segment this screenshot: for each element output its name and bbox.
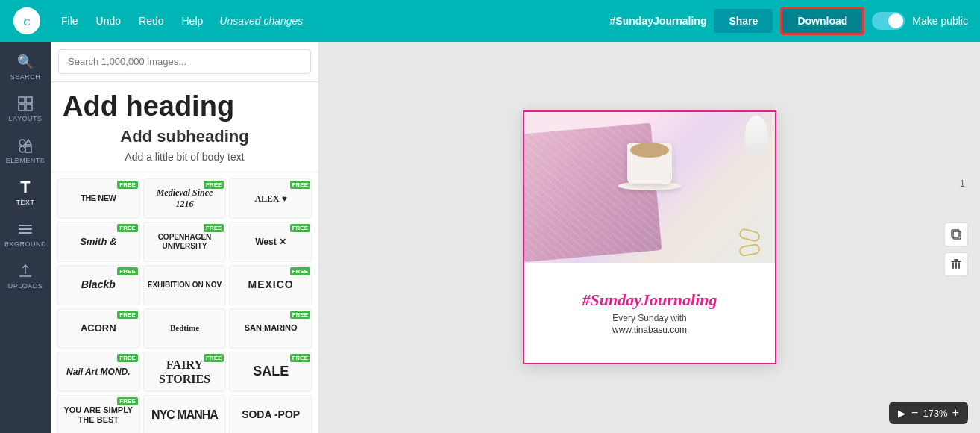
unsaved-changes-label: Unsaved changes xyxy=(219,15,303,27)
free-badge-acorn: FREE xyxy=(117,311,137,319)
canvas-tools xyxy=(944,222,968,276)
free-badge-the-new: FREE xyxy=(117,181,137,189)
free-badge-fairy: FREE xyxy=(204,354,224,362)
elements-icon xyxy=(17,137,34,154)
font-item-acorn[interactable]: ACORNFREE xyxy=(57,308,140,349)
sidebar-item-elements[interactable]: ELEMENTS xyxy=(3,131,48,170)
font-item-best[interactable]: YOU ARE SIMPLY THE BESTFREE xyxy=(57,395,140,433)
help-menu[interactable]: Help xyxy=(175,10,211,31)
font-item-smith[interactable]: Smith &FREE xyxy=(57,222,140,262)
design-card-text: #SundayJournaling Every Sunday with www.… xyxy=(524,263,775,363)
present-button[interactable]: ▶ xyxy=(898,408,905,419)
share-button[interactable]: Share xyxy=(714,9,773,33)
font-item-nail[interactable]: Nail Art MOND.FREE xyxy=(57,352,140,392)
design-subtitle: Every Sunday with xyxy=(612,313,686,323)
font-label-sale: SALE xyxy=(253,364,289,380)
font-label-alex: ALEX ♥ xyxy=(254,193,286,204)
canvas-area: #SundayJournaling Every Sunday with www.… xyxy=(319,42,980,433)
svg-rect-11 xyxy=(19,228,32,230)
make-public-toggle[interactable] xyxy=(872,12,905,30)
nav-menu: File Undo Redo Help Unsaved changes xyxy=(54,10,303,31)
file-menu[interactable]: File xyxy=(54,10,86,31)
layouts-icon xyxy=(17,96,34,112)
font-grid: THE NEWFREEMedieval Since 1216FREEALEX ♥… xyxy=(51,172,318,433)
free-badge-west: FREE xyxy=(290,224,310,232)
free-badge-nail: FREE xyxy=(117,354,137,362)
font-label-smith: Smith & xyxy=(80,236,116,248)
svg-text:C: C xyxy=(23,16,31,28)
svg-rect-10 xyxy=(19,225,32,226)
svg-rect-3 xyxy=(26,97,32,103)
sidebar-item-uploads[interactable]: UPLOADS xyxy=(3,257,48,296)
download-button[interactable]: Download xyxy=(780,7,864,35)
font-label-copenhagen: COPENHAGEN UNIVERSITY xyxy=(147,233,223,251)
font-item-fairy[interactable]: FAIRY STORIESFREE xyxy=(143,352,227,392)
zoom-out-button[interactable]: − xyxy=(911,406,918,420)
font-label-sodapop: SODA -POP xyxy=(242,408,300,421)
free-badge-blackb: FREE xyxy=(117,267,137,275)
font-label-nyc: NYC MANHA xyxy=(151,408,218,422)
delete-tool-button[interactable] xyxy=(944,252,968,276)
free-badge-medieval: FREE xyxy=(204,181,224,189)
font-item-sanmarino[interactable]: SAN MARINOFREE xyxy=(229,308,312,349)
topnav: C File Undo Redo Help Unsaved changes #S… xyxy=(0,0,980,42)
font-label-the-new: THE NEW xyxy=(81,193,116,203)
svg-rect-4 xyxy=(19,105,25,110)
sidebar-item-text[interactable]: T TEXT xyxy=(3,173,48,212)
font-label-sanmarino: SAN MARINO xyxy=(245,323,298,333)
svg-point-6 xyxy=(19,140,25,146)
main-layout: 🔍 SEARCH LAYOUTS ELEMENTS T TEXT BKGROUN… xyxy=(0,42,980,433)
font-item-nyc[interactable]: NYC MANHA xyxy=(143,395,227,433)
icon-sidebar: 🔍 SEARCH LAYOUTS ELEMENTS T TEXT BKGROUN… xyxy=(0,42,51,433)
sidebar-item-background[interactable]: BKGROUND xyxy=(3,215,48,254)
copy-tool-button[interactable] xyxy=(944,222,968,246)
font-item-blackb[interactable]: BlackbFREE xyxy=(57,265,140,305)
text-options: Add heading Add subheading Add a little … xyxy=(51,82,318,172)
search-bar xyxy=(51,42,318,82)
search-input[interactable] xyxy=(58,49,311,74)
background-icon xyxy=(17,221,34,237)
font-item-bedtime[interactable]: Bedtime xyxy=(143,308,227,349)
font-label-medieval: Medieval Since 1216 xyxy=(147,187,223,209)
font-item-copenhagen[interactable]: COPENHAGEN UNIVERSITYFREE xyxy=(143,222,227,262)
font-item-the-new[interactable]: THE NEWFREE xyxy=(57,178,140,219)
bottom-bar: ▶ − 173% + xyxy=(889,402,968,424)
design-card[interactable]: #SundayJournaling Every Sunday with www.… xyxy=(523,110,776,364)
font-item-mexico[interactable]: MEXICOFREE xyxy=(229,265,312,305)
uploads-icon xyxy=(17,263,34,279)
paperclips xyxy=(739,230,760,255)
font-label-exhibition: EXHIBITION ON NOV xyxy=(148,281,222,290)
sidebar-item-search[interactable]: 🔍 SEARCH xyxy=(3,48,48,87)
text-icon: T xyxy=(17,179,34,196)
font-item-medieval[interactable]: Medieval Since 1216FREE xyxy=(143,178,227,219)
add-body-button[interactable]: Add a little bit of body text xyxy=(63,151,307,163)
undo-menu[interactable]: Undo xyxy=(89,10,128,31)
font-item-exhibition[interactable]: EXHIBITION ON NOV xyxy=(143,265,227,305)
font-item-sale[interactable]: SALEFREE xyxy=(229,352,312,392)
sidebar-text-label: TEXT xyxy=(16,199,34,206)
canva-logo[interactable]: C xyxy=(12,6,42,36)
font-item-sodapop[interactable]: SODA -POP xyxy=(229,395,312,433)
sidebar-item-layouts[interactable]: LAYOUTS xyxy=(3,90,48,128)
flower-accent xyxy=(745,116,767,153)
page-number: 1 xyxy=(960,178,965,189)
font-item-alex[interactable]: ALEX ♥FREE xyxy=(229,178,312,219)
font-item-west[interactable]: West ✕FREE xyxy=(229,222,312,262)
free-badge-sale: FREE xyxy=(290,354,310,362)
font-label-best: YOU ARE SIMPLY THE BEST xyxy=(60,405,136,425)
free-badge-mexico: FREE xyxy=(290,267,310,275)
zoom-level: 173% xyxy=(923,408,947,419)
svg-rect-16 xyxy=(951,261,961,262)
svg-rect-20 xyxy=(955,262,957,269)
sidebar-uploads-label: UPLOADS xyxy=(8,282,43,290)
font-label-west: West ✕ xyxy=(255,237,286,247)
zoom-in-button[interactable]: + xyxy=(952,406,959,420)
svg-rect-12 xyxy=(19,232,32,234)
add-subheading-button[interactable]: Add subheading xyxy=(63,127,307,146)
svg-rect-5 xyxy=(26,105,32,110)
design-hashtag: #SundayJournaling xyxy=(582,290,717,310)
present-icon: ▶ xyxy=(898,408,905,419)
add-heading-button[interactable]: Add heading xyxy=(63,91,307,122)
redo-menu[interactable]: Redo xyxy=(131,10,171,31)
zoom-controls: − 173% + xyxy=(911,406,959,420)
